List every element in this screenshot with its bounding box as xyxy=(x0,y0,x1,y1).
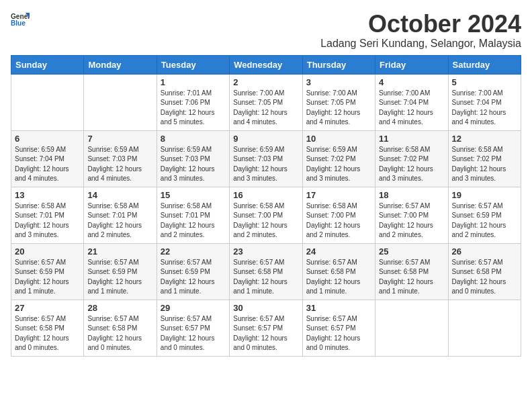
calendar-cell xyxy=(448,300,521,356)
day-number: 24 xyxy=(306,246,371,257)
week-row-5: 27Sunrise: 6:57 AM Sunset: 6:58 PM Dayli… xyxy=(11,300,521,356)
svg-text:Blue: Blue xyxy=(11,19,26,27)
day-info: Sunrise: 6:59 AM Sunset: 7:03 PM Dayligh… xyxy=(87,145,152,184)
day-number: 14 xyxy=(87,190,152,200)
calendar-cell: 11Sunrise: 6:58 AM Sunset: 7:02 PM Dayli… xyxy=(375,130,448,187)
day-number: 12 xyxy=(452,134,517,144)
calendar-cell: 22Sunrise: 6:57 AM Sunset: 6:59 PM Dayli… xyxy=(157,243,229,300)
day-info: Sunrise: 6:58 AM Sunset: 7:01 PM Dayligh… xyxy=(87,201,152,240)
day-number: 17 xyxy=(306,190,371,200)
calendar-cell: 17Sunrise: 6:58 AM Sunset: 7:00 PM Dayli… xyxy=(302,187,375,243)
day-info: Sunrise: 7:00 AM Sunset: 7:05 PM Dayligh… xyxy=(233,89,298,128)
logo-icon: General Blue xyxy=(11,11,30,30)
day-number: 13 xyxy=(15,190,80,200)
calendar-cell: 6Sunrise: 6:59 AM Sunset: 7:04 PM Daylig… xyxy=(11,130,84,187)
day-info: Sunrise: 6:58 AM Sunset: 7:02 PM Dayligh… xyxy=(452,145,517,184)
day-number: 15 xyxy=(161,190,226,200)
header-sunday: Sunday xyxy=(11,55,84,74)
day-number: 22 xyxy=(161,246,226,257)
day-number: 30 xyxy=(233,303,298,313)
header-wednesday: Wednesday xyxy=(230,55,302,74)
day-info: Sunrise: 6:57 AM Sunset: 6:57 PM Dayligh… xyxy=(161,314,226,353)
day-number: 11 xyxy=(379,134,444,144)
calendar-cell: 25Sunrise: 6:57 AM Sunset: 6:58 PM Dayli… xyxy=(375,243,448,300)
day-info: Sunrise: 6:57 AM Sunset: 6:58 PM Dayligh… xyxy=(87,314,152,353)
day-number: 9 xyxy=(233,134,298,144)
calendar-cell: 31Sunrise: 6:57 AM Sunset: 6:57 PM Dayli… xyxy=(302,300,375,356)
calendar-cell: 10Sunrise: 6:59 AM Sunset: 7:02 PM Dayli… xyxy=(302,130,375,187)
day-number: 20 xyxy=(15,246,80,257)
day-info: Sunrise: 7:00 AM Sunset: 7:04 PM Dayligh… xyxy=(452,89,517,128)
day-number: 5 xyxy=(452,77,517,87)
week-row-2: 6Sunrise: 6:59 AM Sunset: 7:04 PM Daylig… xyxy=(11,130,521,187)
day-info: Sunrise: 6:57 AM Sunset: 6:57 PM Dayligh… xyxy=(306,314,371,353)
day-number: 2 xyxy=(233,77,298,87)
calendar-cell: 19Sunrise: 6:57 AM Sunset: 6:59 PM Dayli… xyxy=(448,187,521,243)
calendar-cell: 12Sunrise: 6:58 AM Sunset: 7:02 PM Dayli… xyxy=(448,130,521,187)
day-info: Sunrise: 7:00 AM Sunset: 7:04 PM Dayligh… xyxy=(379,89,444,128)
day-number: 26 xyxy=(452,246,517,257)
header-monday: Monday xyxy=(84,55,157,74)
day-number: 3 xyxy=(306,77,371,87)
calendar-cell: 30Sunrise: 6:57 AM Sunset: 6:57 PM Dayli… xyxy=(230,300,302,356)
day-number: 25 xyxy=(379,246,444,257)
calendar-cell: 3Sunrise: 7:00 AM Sunset: 7:05 PM Daylig… xyxy=(302,74,375,130)
day-number: 29 xyxy=(161,303,226,313)
day-number: 8 xyxy=(161,134,226,144)
calendar-cell: 7Sunrise: 6:59 AM Sunset: 7:03 PM Daylig… xyxy=(84,130,157,187)
day-number: 1 xyxy=(161,77,226,87)
calendar-cell: 29Sunrise: 6:57 AM Sunset: 6:57 PM Dayli… xyxy=(157,300,229,356)
day-info: Sunrise: 6:59 AM Sunset: 7:03 PM Dayligh… xyxy=(233,145,298,184)
calendar-cell: 16Sunrise: 6:58 AM Sunset: 7:00 PM Dayli… xyxy=(230,187,302,243)
location-title: Ladang Seri Kundang, Selangor, Malaysia xyxy=(320,38,521,50)
day-number: 28 xyxy=(87,303,152,313)
day-info: Sunrise: 7:00 AM Sunset: 7:05 PM Dayligh… xyxy=(306,89,371,128)
calendar-table: SundayMondayTuesdayWednesdayThursdayFrid… xyxy=(11,55,521,357)
day-info: Sunrise: 6:57 AM Sunset: 6:58 PM Dayligh… xyxy=(452,258,517,297)
day-number: 16 xyxy=(233,190,298,200)
calendar-cell: 15Sunrise: 6:58 AM Sunset: 7:01 PM Dayli… xyxy=(157,187,229,243)
day-info: Sunrise: 6:57 AM Sunset: 6:59 PM Dayligh… xyxy=(452,201,517,240)
day-number: 27 xyxy=(15,303,80,313)
header-saturday: Saturday xyxy=(448,55,521,74)
day-info: Sunrise: 6:57 AM Sunset: 6:58 PM Dayligh… xyxy=(306,258,371,297)
calendar-cell: 14Sunrise: 6:58 AM Sunset: 7:01 PM Dayli… xyxy=(84,187,157,243)
day-info: Sunrise: 6:59 AM Sunset: 7:02 PM Dayligh… xyxy=(306,145,371,184)
day-info: Sunrise: 6:57 AM Sunset: 6:58 PM Dayligh… xyxy=(233,258,298,297)
day-info: Sunrise: 6:59 AM Sunset: 7:03 PM Dayligh… xyxy=(161,145,226,184)
day-number: 21 xyxy=(87,246,152,257)
calendar-cell xyxy=(11,74,84,130)
day-number: 31 xyxy=(306,303,371,313)
month-title: October 2024 xyxy=(320,11,521,38)
calendar-cell: 8Sunrise: 6:59 AM Sunset: 7:03 PM Daylig… xyxy=(157,130,229,187)
calendar-cell: 21Sunrise: 6:57 AM Sunset: 6:59 PM Dayli… xyxy=(84,243,157,300)
day-info: Sunrise: 6:58 AM Sunset: 7:01 PM Dayligh… xyxy=(15,201,80,240)
calendar-cell: 2Sunrise: 7:00 AM Sunset: 7:05 PM Daylig… xyxy=(230,74,302,130)
calendar-cell: 1Sunrise: 7:01 AM Sunset: 7:06 PM Daylig… xyxy=(157,74,229,130)
week-row-4: 20Sunrise: 6:57 AM Sunset: 6:59 PM Dayli… xyxy=(11,243,521,300)
day-info: Sunrise: 6:57 AM Sunset: 6:57 PM Dayligh… xyxy=(233,314,298,353)
calendar-cell: 28Sunrise: 6:57 AM Sunset: 6:58 PM Dayli… xyxy=(84,300,157,356)
calendar-cell: 27Sunrise: 6:57 AM Sunset: 6:58 PM Dayli… xyxy=(11,300,84,356)
page-header: General Blue October 2024 Ladang Seri Ku… xyxy=(11,11,521,50)
day-info: Sunrise: 6:57 AM Sunset: 7:00 PM Dayligh… xyxy=(379,201,444,240)
day-info: Sunrise: 6:58 AM Sunset: 7:00 PM Dayligh… xyxy=(233,201,298,240)
calendar-cell: 24Sunrise: 6:57 AM Sunset: 6:58 PM Dayli… xyxy=(302,243,375,300)
logo: General Blue xyxy=(11,11,30,30)
calendar-cell xyxy=(84,74,157,130)
header-friday: Friday xyxy=(375,55,448,74)
header-row: SundayMondayTuesdayWednesdayThursdayFrid… xyxy=(11,55,521,74)
calendar-cell xyxy=(375,300,448,356)
day-number: 10 xyxy=(306,134,371,144)
title-area: October 2024 Ladang Seri Kundang, Selang… xyxy=(320,11,521,50)
day-info: Sunrise: 6:57 AM Sunset: 6:59 PM Dayligh… xyxy=(15,258,80,297)
day-number: 6 xyxy=(15,134,80,144)
calendar-cell: 26Sunrise: 6:57 AM Sunset: 6:58 PM Dayli… xyxy=(448,243,521,300)
day-info: Sunrise: 6:59 AM Sunset: 7:04 PM Dayligh… xyxy=(15,145,80,184)
calendar-cell: 5Sunrise: 7:00 AM Sunset: 7:04 PM Daylig… xyxy=(448,74,521,130)
day-info: Sunrise: 7:01 AM Sunset: 7:06 PM Dayligh… xyxy=(161,89,226,128)
week-row-1: 1Sunrise: 7:01 AM Sunset: 7:06 PM Daylig… xyxy=(11,74,521,130)
calendar-cell: 20Sunrise: 6:57 AM Sunset: 6:59 PM Dayli… xyxy=(11,243,84,300)
header-thursday: Thursday xyxy=(302,55,375,74)
calendar-cell: 4Sunrise: 7:00 AM Sunset: 7:04 PM Daylig… xyxy=(375,74,448,130)
